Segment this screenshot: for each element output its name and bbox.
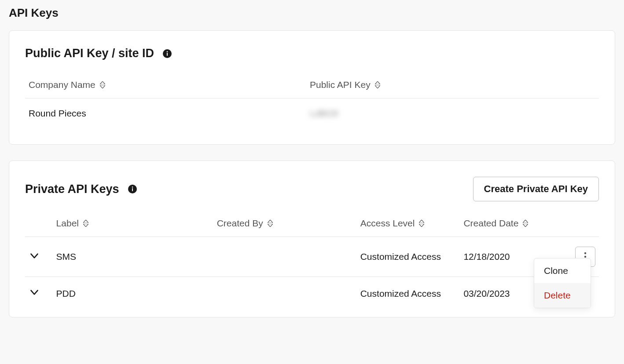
private-card-title-wrap: Private API Keys — [25, 182, 137, 196]
sort-icon[interactable] — [268, 220, 273, 227]
page-title: API Keys — [9, 6, 615, 20]
cell-access-level: Customized Access — [357, 237, 460, 277]
public-card-title-wrap: Public API Key / site ID — [25, 47, 172, 60]
sort-icon[interactable] — [100, 81, 105, 88]
svg-point-5 — [132, 186, 133, 188]
sort-icon[interactable] — [83, 220, 88, 227]
svg-point-2 — [167, 51, 168, 52]
chevron-down-icon[interactable] — [29, 250, 40, 262]
table-row: SMS Customized Access 12/18/2020 — [25, 237, 599, 277]
sort-icon[interactable] — [523, 220, 528, 227]
info-icon[interactable] — [163, 49, 172, 58]
svg-rect-4 — [132, 188, 133, 191]
svg-point-7 — [584, 256, 586, 258]
sort-icon[interactable] — [375, 81, 380, 88]
private-card-title: Private API Keys — [25, 182, 119, 196]
column-header-created-by: Created By — [217, 218, 263, 229]
cell-label: PDD — [53, 277, 213, 310]
cell-created-by — [213, 237, 357, 277]
public-api-key-card: Public API Key / site ID Company Name — [9, 30, 615, 145]
cell-public-api-key: LdBGfr — [310, 108, 339, 118]
cell-label: SMS — [53, 237, 213, 277]
public-card-title: Public API Key / site ID — [25, 47, 154, 60]
menu-item-delete[interactable]: Delete — [534, 283, 591, 308]
cell-access-level: Customized Access — [357, 277, 460, 310]
column-header-public-api-key: Public API Key — [310, 80, 371, 90]
private-api-keys-card: Private API Keys Create Private API Key … — [9, 160, 615, 317]
create-private-api-key-button[interactable]: Create Private API Key — [473, 177, 599, 201]
row-actions-menu: Clone Delete — [534, 258, 591, 308]
info-icon[interactable] — [128, 185, 137, 193]
chevron-down-icon[interactable] — [29, 287, 40, 298]
column-header-company-name: Company Name — [29, 80, 95, 90]
public-api-key-table: Company Name Public API Key — [25, 80, 599, 128]
private-card-header: Private API Keys Create Private API Key — [25, 177, 599, 201]
public-card-header: Public API Key / site ID — [25, 47, 599, 60]
column-header-label: Label — [56, 218, 79, 229]
private-api-keys-table: Label Created By — [25, 218, 599, 310]
cell-created-by — [213, 277, 357, 310]
menu-item-clone[interactable]: Clone — [534, 258, 591, 283]
column-header-access-level: Access Level — [360, 218, 415, 229]
column-header-created-date: Created Date — [463, 218, 518, 229]
svg-rect-1 — [167, 53, 168, 56]
sort-icon[interactable] — [419, 220, 424, 227]
svg-point-6 — [584, 252, 586, 254]
table-row: Round Pieces LdBGfr — [25, 98, 599, 129]
table-row: PDD Customized Access 03/20/2023 — [25, 277, 599, 310]
cell-company-name: Round Pieces — [25, 98, 306, 129]
